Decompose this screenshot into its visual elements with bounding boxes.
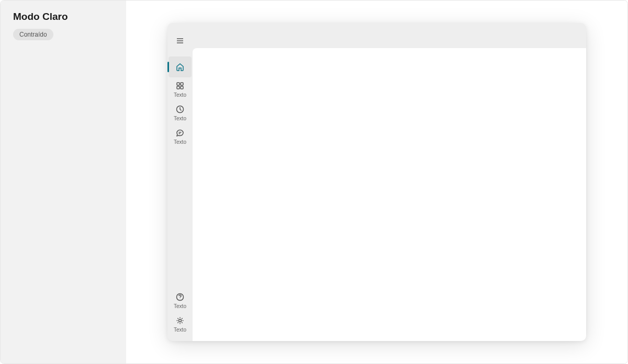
sidebar-item-chat[interactable]: Texto — [167, 124, 193, 148]
state-tag: Contraído — [13, 29, 53, 40]
menu-icon — [176, 37, 184, 45]
apps-icon — [176, 82, 184, 90]
app-window: Texto Texto Texto — [167, 23, 586, 341]
gear-icon — [176, 316, 184, 325]
nav-top-group: Texto Texto Texto — [167, 56, 193, 148]
sidebar-item-home[interactable] — [169, 56, 192, 77]
collapsed-sidebar: Texto Texto Texto — [167, 23, 193, 341]
sidebar-item-apps[interactable]: Texto — [167, 77, 193, 101]
outer-container: Modo Claro Contraído — [0, 0, 628, 364]
sidebar-item-help[interactable]: Texto — [167, 289, 193, 312]
sidebar-item-recent[interactable]: Texto — [167, 101, 193, 124]
svg-point-7 — [179, 320, 182, 322]
sidebar-item-label: Texto — [174, 327, 186, 333]
svg-rect-3 — [181, 86, 183, 89]
panel-title: Modo Claro — [13, 11, 114, 22]
content-area — [193, 48, 586, 341]
sidebar-item-label: Texto — [174, 116, 186, 121]
hamburger-button[interactable] — [167, 30, 193, 51]
sidebar-item-settings[interactable]: Texto — [167, 312, 193, 336]
sidebar-item-label: Texto — [174, 303, 186, 309]
story-panel: Modo Claro Contraído — [1, 1, 126, 363]
clock-icon — [176, 105, 184, 113]
sidebar-item-label: Texto — [174, 139, 186, 145]
nav-bottom-group: Texto Texto — [167, 289, 193, 336]
svg-point-6 — [180, 299, 181, 299]
sidebar-item-label: Texto — [174, 92, 186, 98]
svg-rect-1 — [181, 83, 183, 85]
svg-rect-2 — [177, 86, 180, 89]
help-icon — [176, 293, 184, 301]
home-icon — [176, 63, 184, 71]
preview-area: Texto Texto Texto — [126, 1, 627, 363]
chat-icon — [176, 129, 184, 137]
svg-rect-0 — [177, 83, 180, 85]
